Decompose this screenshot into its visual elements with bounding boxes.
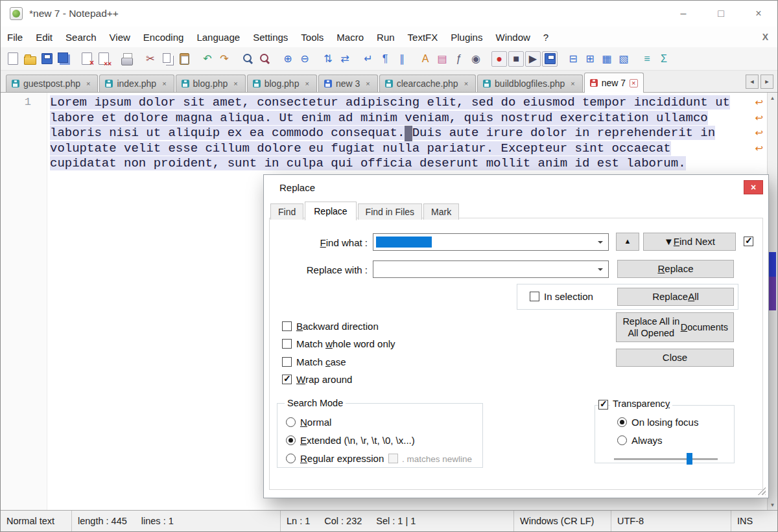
save-all-icon[interactable] <box>56 51 71 67</box>
replace-all-in-all-docs-button[interactable]: Replace All in All Opened Documents <box>616 312 734 342</box>
menu-encoding[interactable]: Encoding <box>137 29 191 46</box>
wrap-around-checkbox[interactable] <box>282 375 292 384</box>
tab-scroll-right-icon[interactable]: ► <box>760 75 773 89</box>
find-icon[interactable] <box>240 51 255 67</box>
show-all-characters-icon[interactable]: ¶ <box>377 51 393 67</box>
tab-close-icon[interactable]: × <box>84 80 92 88</box>
unfold-all-icon[interactable]: ⊞ <box>582 51 598 67</box>
find-prev-button[interactable]: ▲ <box>616 233 639 251</box>
function-list-icon[interactable]: ƒ <box>451 51 467 67</box>
tab-new-7[interactable]: new 7× <box>584 73 644 93</box>
fold-all-icon[interactable]: ⊟ <box>565 51 581 67</box>
tab-blog-php[interactable]: blog.php× <box>176 75 246 92</box>
menu-edit[interactable]: Edit <box>29 29 59 46</box>
redo-icon[interactable]: ↷ <box>217 51 232 67</box>
close-all-files-icon[interactable] <box>96 51 112 67</box>
find-next-button[interactable]: ▼ Find Next <box>643 233 736 251</box>
tab-scroll-left-icon[interactable]: ◄ <box>746 75 759 89</box>
sync-horizontal-scrolling-icon[interactable]: ⇄ <box>337 51 353 67</box>
menu-search[interactable]: Search <box>59 29 103 46</box>
tab-close-icon[interactable]: × <box>364 80 371 88</box>
monitoring-icon[interactable]: ◉ <box>468 51 484 67</box>
doc-map-icon[interactable]: ▤ <box>434 51 450 67</box>
copy-icon[interactable] <box>159 51 175 67</box>
tab-close-icon[interactable]: × <box>462 80 470 88</box>
tab-close-icon[interactable]: × <box>231 80 239 88</box>
replace-with-combobox[interactable] <box>373 260 609 278</box>
menu-language[interactable]: Language <box>190 29 246 46</box>
menu-view[interactable]: View <box>103 29 137 46</box>
project-panel-icon[interactable]: ▧ <box>616 51 631 67</box>
word-wrap-icon[interactable]: ↵ <box>360 51 376 67</box>
minimize-icon[interactable]: – <box>665 1 702 27</box>
dialog-close-button[interactable]: × <box>744 180 763 194</box>
transparency-checkbox[interactable] <box>598 400 608 410</box>
textfx-tools-icon[interactable]: Σ <box>656 51 672 67</box>
match-whole-word-checkbox[interactable] <box>282 339 292 349</box>
menu-plugins[interactable]: Plugins <box>444 29 489 46</box>
dialog-tab-find[interactable]: Find <box>270 203 303 220</box>
save-icon[interactable] <box>39 51 54 67</box>
tab-close-icon[interactable]: × <box>303 80 311 88</box>
record-macro-icon[interactable]: ● <box>491 51 507 67</box>
dialog-resize-grip[interactable] <box>757 486 766 495</box>
sync-vertical-scrolling-icon[interactable]: ⇅ <box>320 51 336 67</box>
stop-macro-icon[interactable]: ■ <box>508 51 524 67</box>
tab-buildblogfiles-php[interactable]: buildblogfiles.php× <box>477 75 583 92</box>
open-file-icon[interactable] <box>22 51 38 67</box>
save-macro-icon[interactable] <box>542 51 558 67</box>
tab-close-icon[interactable]: × <box>569 80 576 88</box>
cut-icon[interactable]: ✂ <box>143 51 158 67</box>
menu-settings[interactable]: Settings <box>246 29 294 46</box>
scrollbar-down-icon[interactable]: ▼ <box>768 500 777 510</box>
replace-all-button[interactable]: Replace All <box>617 288 734 306</box>
new-file-icon[interactable] <box>5 51 21 67</box>
menubar-close-doc-icon[interactable]: X <box>762 32 768 42</box>
transparency-always-radio[interactable] <box>617 435 627 445</box>
transparency-on-losing-focus-radio[interactable] <box>617 417 627 427</box>
dialog-tab-find-in-files[interactable]: Find in Files <box>358 203 422 220</box>
paste-icon[interactable] <box>176 51 192 67</box>
doc-switcher-icon[interactable]: ▦ <box>599 51 615 67</box>
menu-macro[interactable]: Macro <box>330 29 370 46</box>
swap-buttons-checkbox[interactable] <box>744 237 753 246</box>
maximize-icon[interactable]: □ <box>702 1 740 27</box>
tab-blog-php[interactable]: blog.php× <box>247 75 317 92</box>
define-language-icon[interactable]: A <box>418 51 433 67</box>
textfx-characters-icon[interactable]: ≡ <box>639 51 655 67</box>
close-file-icon[interactable] <box>79 51 95 67</box>
in-selection-checkbox[interactable] <box>530 292 539 301</box>
tab-close-icon[interactable]: × <box>630 79 637 87</box>
tab-guestpost-php[interactable]: guestpost.php× <box>6 75 98 92</box>
indent-guide-icon[interactable]: ∥ <box>394 51 410 67</box>
zoom-in-icon[interactable]: ⊕ <box>280 51 296 67</box>
replace-button[interactable]: Replace <box>617 260 734 278</box>
menu-window[interactable]: Window <box>489 29 536 46</box>
tab-clearcache-php[interactable]: clearcache.php× <box>379 75 476 92</box>
close-icon[interactable]: × <box>740 1 777 27</box>
close-button[interactable]: Close <box>616 349 734 367</box>
replace-icon[interactable] <box>257 51 272 67</box>
search-mode-extended-radio[interactable] <box>286 435 296 445</box>
play-macro-icon[interactable]: ▶ <box>525 51 541 67</box>
menu-file[interactable]: File <box>1 29 29 46</box>
backward-direction-checkbox[interactable] <box>282 321 292 331</box>
menu-textfx[interactable]: TextFX <box>401 29 445 46</box>
find-what-combobox[interactable] <box>373 233 609 251</box>
menu-tools[interactable]: Tools <box>294 29 330 46</box>
dialog-tab-replace[interactable]: Replace <box>305 202 356 220</box>
transparency-slider-thumb[interactable] <box>687 453 692 465</box>
search-mode-regex-radio[interactable] <box>286 454 296 463</box>
scrollbar-up-icon[interactable]: ▲ <box>768 93 777 103</box>
undo-icon[interactable]: ↶ <box>200 51 215 67</box>
match-case-checkbox[interactable] <box>282 357 292 367</box>
dialog-tab-mark[interactable]: Mark <box>423 203 459 220</box>
tab-new-3[interactable]: new 3× <box>318 75 378 92</box>
tab-index-php[interactable]: index.php× <box>99 75 174 92</box>
menu-run[interactable]: Run <box>370 29 401 46</box>
tab-close-icon[interactable]: × <box>160 80 168 88</box>
zoom-out-icon[interactable]: ⊖ <box>297 51 312 67</box>
search-mode-normal-radio[interactable] <box>286 417 296 427</box>
print-icon[interactable] <box>119 51 135 67</box>
menu-?[interactable]: ? <box>537 29 555 46</box>
